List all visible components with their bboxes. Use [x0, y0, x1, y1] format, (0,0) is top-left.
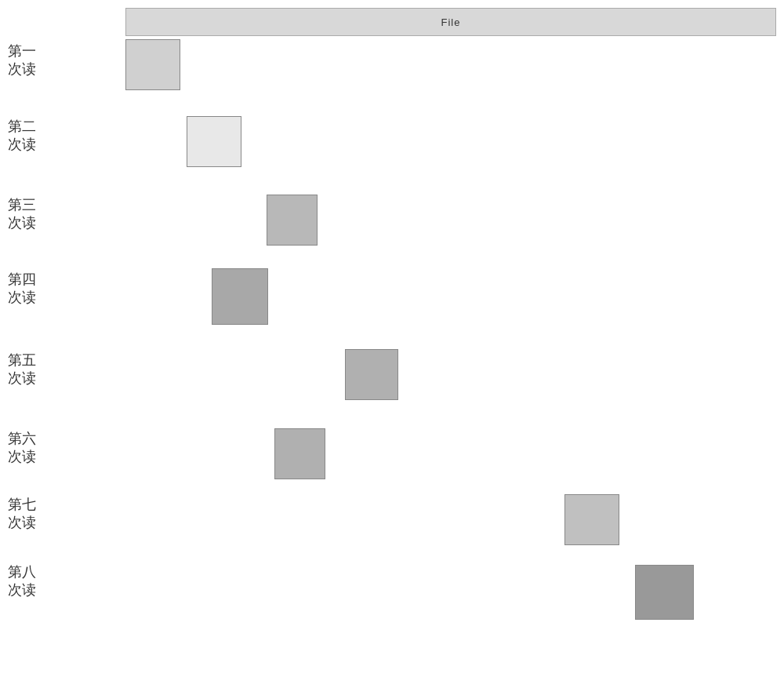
- block-5: [345, 349, 398, 400]
- block-3: [267, 195, 318, 246]
- block-8: [635, 565, 694, 620]
- block-1: [125, 39, 180, 90]
- row-label-8: 第八次读: [8, 563, 36, 600]
- block-6: [274, 428, 325, 479]
- row-label-4: 第四次读: [8, 271, 36, 308]
- row-label-6: 第六次读: [8, 430, 36, 467]
- block-2: [187, 116, 241, 167]
- row-label-3: 第三次读: [8, 196, 36, 233]
- row-label-1: 第一次读: [8, 42, 36, 79]
- row-label-2: 第二次读: [8, 118, 36, 155]
- file-bar: File: [125, 8, 776, 36]
- row-label-7: 第七次读: [8, 496, 36, 533]
- block-7: [564, 494, 619, 545]
- row-label-5: 第五次读: [8, 351, 36, 388]
- file-bar-label: File: [441, 16, 461, 28]
- block-4: [212, 268, 268, 325]
